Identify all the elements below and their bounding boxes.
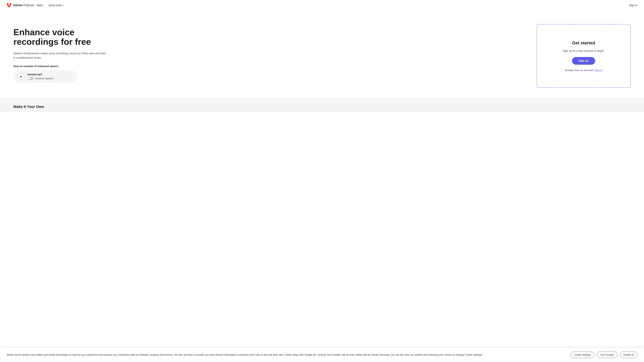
get-started-card: Get started Sign up for a free account t… [537, 24, 630, 88]
make-it-own-title: Make It Your Own [14, 105, 630, 109]
play-button[interactable]: ▶ [18, 73, 24, 80]
main-content: Enhance voice recordings for free Speech… [0, 11, 644, 98]
navbar: Adobe Podcast BETA Quick tools ▾ Sign in [0, 0, 644, 11]
beta-badge: BETA [36, 4, 44, 7]
sign-in-link[interactable]: Sign in [595, 69, 602, 71]
sample-info: Sample.mp3 Enhance Speech [27, 73, 53, 80]
hear-example-label: Hear an example of enhanced speech [14, 65, 107, 67]
hero-description: Speech enhancement makes voice recording… [14, 51, 107, 60]
quick-tools-label: Quick tools [48, 4, 62, 7]
brand-logo[interactable]: Adobe Podcast BETA [7, 3, 44, 8]
adobe-logo-icon [7, 3, 12, 8]
enhance-row: Enhance Speech [27, 77, 53, 80]
hero-section: Enhance voice recordings for free Speech… [14, 24, 107, 83]
make-it-own-section: Make It Your Own [0, 98, 644, 112]
get-started-description: Sign up for a free account to begin. [563, 49, 604, 53]
sign-in-button[interactable]: Sign in [629, 4, 637, 7]
navbar-left: Adobe Podcast BETA Quick tools ▾ [7, 3, 64, 8]
sample-player: ▶ Sample.mp3 Enhance Speech [14, 70, 77, 83]
enhance-speech-label: Enhance Speech [35, 77, 53, 80]
sample-filename: Sample.mp3 [27, 73, 53, 76]
toggle-track [27, 77, 34, 80]
brand-name: Adobe Podcast [13, 3, 34, 7]
hero-title: Enhance voice recordings for free [14, 27, 107, 46]
quick-tools-button[interactable]: Quick tools ▾ [48, 3, 64, 8]
toggle-thumb [28, 77, 30, 80]
enhance-speech-toggle[interactable] [27, 77, 34, 80]
sign-up-button[interactable]: Sign up [572, 57, 595, 65]
get-started-title: Get started [572, 40, 595, 45]
already-account-text: Already have an account? Sign in [565, 69, 602, 71]
chevron-down-icon: ▾ [63, 4, 64, 6]
play-icon: ▶ [20, 75, 22, 78]
